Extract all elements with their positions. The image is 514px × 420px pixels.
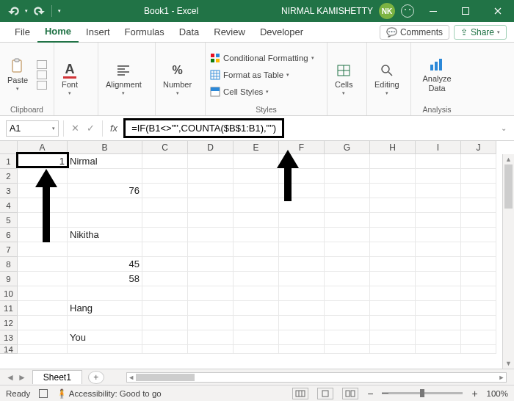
row-header[interactable]: 6 bbox=[0, 228, 18, 242]
vertical-scrollbar[interactable]: ▲ ▼ bbox=[502, 154, 514, 369]
cell[interactable] bbox=[142, 242, 188, 257]
cell[interactable] bbox=[416, 242, 461, 257]
cell[interactable] bbox=[142, 316, 188, 330]
cell-B11[interactable]: Hang bbox=[68, 301, 142, 316]
cell[interactable] bbox=[325, 242, 370, 257]
cells-button[interactable]: Cells▾ bbox=[332, 61, 355, 98]
cell[interactable] bbox=[461, 257, 496, 272]
cell[interactable] bbox=[416, 228, 461, 242]
cell[interactable] bbox=[142, 345, 188, 354]
cell-B9[interactable]: 58 bbox=[68, 272, 142, 286]
cell[interactable] bbox=[325, 154, 370, 169]
tab-home[interactable]: Home bbox=[37, 22, 79, 43]
cell[interactable] bbox=[234, 286, 279, 301]
cell[interactable] bbox=[188, 198, 234, 213]
cell[interactable] bbox=[18, 198, 68, 213]
cell[interactable] bbox=[416, 286, 461, 301]
cell[interactable] bbox=[279, 316, 325, 330]
accessibility-status[interactable]: 🧍 Accessibility: Good to go bbox=[57, 388, 161, 399]
cell[interactable] bbox=[416, 184, 461, 198]
row-header[interactable]: 4 bbox=[0, 198, 18, 213]
col-header-I[interactable]: I bbox=[416, 141, 461, 154]
cell[interactable] bbox=[188, 228, 234, 242]
cell[interactable] bbox=[188, 286, 234, 301]
comments-button[interactable]: 💬Comments bbox=[380, 25, 449, 40]
cell[interactable] bbox=[370, 228, 416, 242]
cell[interactable] bbox=[325, 272, 370, 286]
cell[interactable] bbox=[416, 301, 461, 316]
conditional-formatting-button[interactable]: Conditional Formatting ▾ bbox=[210, 51, 314, 65]
cell[interactable] bbox=[279, 330, 325, 345]
cell[interactable] bbox=[18, 257, 68, 272]
cell-B1[interactable]: Nirmal bbox=[68, 154, 142, 169]
redo-icon[interactable] bbox=[32, 4, 46, 18]
row-header[interactable]: 14 bbox=[0, 345, 18, 354]
cell[interactable] bbox=[279, 301, 325, 316]
cell[interactable] bbox=[416, 154, 461, 169]
zoom-in-button[interactable]: + bbox=[471, 388, 477, 399]
scroll-thumb[interactable] bbox=[504, 164, 513, 209]
cell[interactable] bbox=[461, 198, 496, 213]
cell[interactable] bbox=[68, 286, 142, 301]
cell[interactable] bbox=[142, 330, 188, 345]
cell[interactable] bbox=[68, 316, 142, 330]
cell[interactable] bbox=[234, 330, 279, 345]
scroll-down-icon[interactable]: ▼ bbox=[505, 358, 512, 369]
cell[interactable] bbox=[325, 345, 370, 354]
cell[interactable] bbox=[416, 272, 461, 286]
cell[interactable] bbox=[188, 213, 234, 228]
cell[interactable] bbox=[142, 228, 188, 242]
cell[interactable] bbox=[325, 257, 370, 272]
cell[interactable] bbox=[142, 154, 188, 169]
cell[interactable] bbox=[18, 286, 68, 301]
alignment-button[interactable]: Alignment▾ bbox=[103, 61, 145, 98]
cell[interactable] bbox=[279, 213, 325, 228]
tab-insert[interactable]: Insert bbox=[79, 22, 117, 43]
spreadsheet-grid[interactable]: A B C D E F G H I J 1 2 3 4 5 6 7 8 9 10… bbox=[0, 141, 514, 369]
cell-styles-button[interactable]: Cell Styles ▾ bbox=[210, 84, 314, 99]
zoom-slider[interactable] bbox=[382, 392, 463, 394]
copy-button[interactable] bbox=[37, 70, 47, 79]
face-icon[interactable] bbox=[401, 4, 414, 18]
scroll-right-icon[interactable]: ► bbox=[497, 374, 506, 381]
cell[interactable] bbox=[234, 272, 279, 286]
cell[interactable] bbox=[18, 272, 68, 286]
cell[interactable] bbox=[461, 316, 496, 330]
cell-B8[interactable]: 45 bbox=[68, 257, 142, 272]
cell[interactable] bbox=[234, 213, 279, 228]
cell[interactable] bbox=[370, 184, 416, 198]
select-all-corner[interactable] bbox=[0, 141, 18, 154]
cell[interactable] bbox=[370, 286, 416, 301]
normal-view-button[interactable] bbox=[292, 388, 308, 399]
cancel-formula-icon[interactable]: ✕ bbox=[71, 123, 79, 134]
cell[interactable] bbox=[142, 286, 188, 301]
cell[interactable] bbox=[234, 316, 279, 330]
cell[interactable] bbox=[18, 242, 68, 257]
tab-formulas[interactable]: Formulas bbox=[117, 22, 172, 43]
cell[interactable] bbox=[18, 184, 68, 198]
number-button[interactable]: %Number▾ bbox=[160, 61, 195, 98]
cell[interactable] bbox=[188, 330, 234, 345]
cell[interactable] bbox=[461, 301, 496, 316]
page-break-view-button[interactable] bbox=[342, 388, 358, 399]
analyze-data-button[interactable]: Analyze Data bbox=[416, 55, 458, 93]
format-as-table-button[interactable]: Format as Table ▾ bbox=[210, 68, 314, 82]
cell[interactable] bbox=[416, 345, 461, 354]
cell[interactable] bbox=[18, 301, 68, 316]
page-layout-view-button[interactable] bbox=[317, 388, 333, 399]
cell[interactable] bbox=[279, 242, 325, 257]
format-painter-button[interactable] bbox=[37, 81, 47, 90]
accept-formula-icon[interactable]: ✓ bbox=[87, 123, 95, 134]
cell[interactable] bbox=[18, 345, 68, 354]
cell[interactable] bbox=[18, 213, 68, 228]
cell[interactable] bbox=[461, 345, 496, 354]
cell[interactable] bbox=[370, 257, 416, 272]
formula-input[interactable]: =IF(B1<>"",COUNTA($B$1:B1),"") bbox=[123, 118, 284, 138]
zoom-out-button[interactable]: − bbox=[367, 388, 373, 399]
cell[interactable] bbox=[142, 301, 188, 316]
cell[interactable] bbox=[142, 198, 188, 213]
cell[interactable] bbox=[68, 345, 142, 354]
user-avatar[interactable]: NK bbox=[379, 3, 395, 19]
cell[interactable] bbox=[370, 213, 416, 228]
cell[interactable] bbox=[234, 154, 279, 169]
